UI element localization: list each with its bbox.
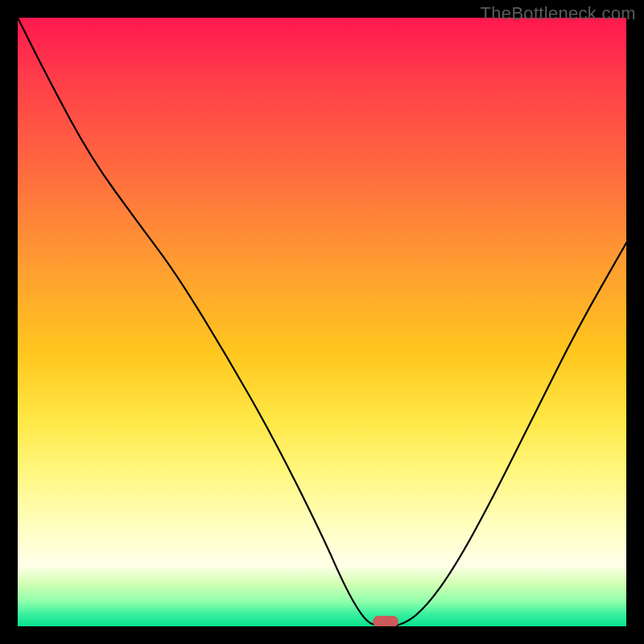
optimum-marker xyxy=(373,616,398,626)
bottleneck-curve xyxy=(18,18,626,626)
watermark-text: TheBottleneck.com xyxy=(481,3,636,24)
plot-area xyxy=(18,18,626,626)
chart-frame: TheBottleneck.com xyxy=(0,0,644,644)
